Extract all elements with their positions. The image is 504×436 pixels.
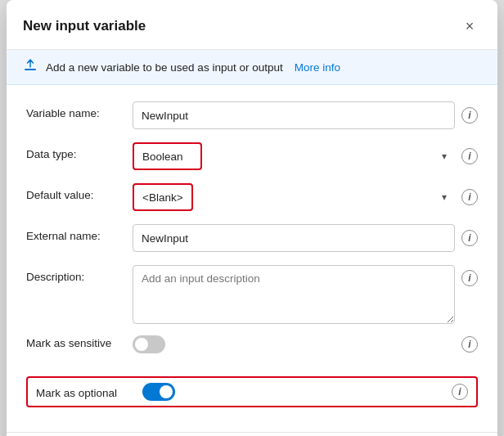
description-label: Description: [26, 265, 133, 283]
mark-optional-label: Mark as optional [36, 385, 142, 399]
mark-optional-toggle[interactable] [142, 383, 175, 401]
mark-optional-toggle-wrap [142, 383, 175, 401]
data-type-row: Data type: Boolean String Integer Float … [26, 142, 478, 172]
close-button[interactable]: × [458, 15, 481, 38]
mark-sensitive-slider [133, 335, 165, 353]
new-input-variable-dialog: New input variable × Add a new variable … [7, 0, 497, 436]
more-info-link[interactable]: More info [295, 61, 340, 74]
banner-text: Add a new variable to be used as input o… [46, 61, 283, 74]
info-banner: Add a new variable to be used as input o… [7, 50, 497, 85]
dialog-body: Variable name: i Data type: Boolean Stri… [7, 85, 497, 427]
default-value-label: Default value: [26, 183, 133, 201]
data-type-info-icon: i [461, 148, 478, 164]
data-type-select-wrap: Boolean String Integer Float DateTime Li… [133, 142, 455, 170]
dialog-header: New input variable × [7, 0, 497, 50]
variable-name-control-wrap: i [133, 101, 478, 129]
mark-optional-control-wrap: i [142, 383, 468, 401]
banner-upload-icon [23, 58, 38, 76]
mark-optional-row: Mark as optional i [26, 376, 478, 407]
mark-optional-info-icon: i [452, 384, 468, 400]
description-control-wrap: i [133, 265, 478, 324]
default-value-select-wrap: <Blank> True False ▾ [133, 183, 455, 211]
default-value-row: Default value: <Blank> True False ▾ i [26, 183, 478, 213]
mark-sensitive-control-wrap: i [133, 335, 478, 353]
variable-name-info-icon: i [461, 107, 478, 124]
mark-sensitive-toggle[interactable] [133, 335, 165, 353]
svg-rect-0 [25, 69, 36, 70]
data-type-select[interactable]: Boolean String Integer Float DateTime Li… [133, 142, 202, 170]
data-type-control-wrap: Boolean String Integer Float DateTime Li… [133, 142, 478, 170]
variable-name-row: Variable name: i [26, 101, 478, 131]
variable-name-label: Variable name: [26, 101, 133, 119]
external-name-info-icon: i [461, 230, 478, 246]
mark-sensitive-info-icon: i [461, 336, 478, 353]
external-name-control-wrap: i [133, 224, 478, 252]
external-name-row: External name: i [26, 224, 478, 254]
default-value-chevron-icon: ▾ [442, 191, 447, 203]
dialog-title: New input variable [23, 18, 146, 34]
data-type-label: Data type: [26, 142, 133, 160]
mark-sensitive-toggle-wrap [133, 335, 165, 353]
default-value-select[interactable]: <Blank> True False [133, 183, 193, 211]
description-row: Description: i [26, 265, 478, 324]
default-value-control-wrap: <Blank> True False ▾ i [133, 183, 478, 211]
mark-optional-slider [142, 383, 175, 401]
default-value-info-icon: i [461, 189, 478, 205]
external-name-input[interactable] [133, 224, 455, 252]
description-info-icon: i [461, 270, 478, 286]
variable-name-input[interactable] [133, 101, 455, 129]
data-type-chevron-icon: ▾ [442, 151, 447, 162]
mark-sensitive-label: Mark as sensitive [26, 335, 133, 349]
mark-sensitive-row: Mark as sensitive i [26, 335, 478, 365]
description-textarea[interactable] [133, 265, 455, 324]
dialog-footer: Save Cancel [7, 432, 497, 436]
external-name-label: External name: [26, 224, 133, 242]
